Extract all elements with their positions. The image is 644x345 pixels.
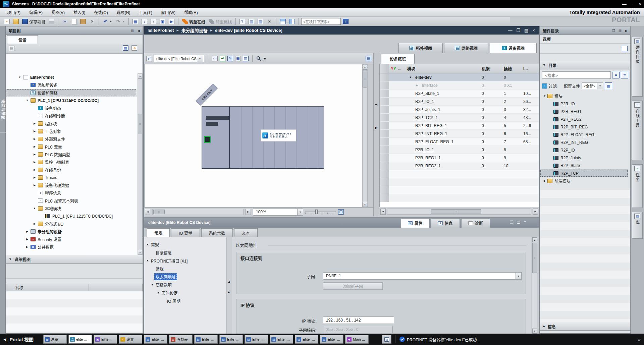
tree-item-online-backups[interactable]: ▶在线备份 — [6, 166, 137, 174]
scroll-left-icon[interactable]: ◀ — [380, 209, 386, 215]
catalog-module-selected[interactable]: R2P_TCP — [540, 169, 628, 177]
tab-diagnostics[interactable]: ~诊断 — [461, 218, 490, 228]
stop-button[interactable]: ▣ — [158, 18, 167, 25]
menu-help[interactable]: 帮助(H) — [180, 8, 202, 16]
catalog-folder-modules[interactable]: ▼模块 — [540, 92, 628, 100]
zoom-slider[interactable] — [305, 209, 336, 215]
tab-io-tags[interactable]: IO 变量 — [171, 228, 200, 237]
tree-item-plc-data-types[interactable]: ▶PLC 数据类型 — [6, 151, 137, 158]
zoom-fit-icon[interactable]: ± — [264, 57, 266, 61]
add-subnet-button[interactable]: 添加新子网 — [323, 282, 383, 290]
pane-collapse-icon[interactable]: ▼ — [524, 220, 527, 225]
tree-item-watch-force-tables[interactable]: ▶监控与强制表 — [6, 158, 137, 166]
menu-edit[interactable]: 编辑(E) — [25, 8, 47, 16]
nav-advanced-options[interactable]: ▼高级选项 — [144, 281, 226, 289]
scrollbar-thumb[interactable]: ≡ — [138, 114, 142, 134]
menu-options[interactable]: 选项(N) — [112, 8, 135, 16]
scrollbar-thumb[interactable]: ≡ — [363, 70, 367, 88]
scrollbar-thumb[interactable]: ≡ — [431, 209, 481, 214]
collapse-right-icon[interactable]: ▶ — [375, 126, 377, 129]
task-overview[interactable]: ▦总览 — [43, 335, 67, 344]
search-go-icon[interactable]: ⇊ — [341, 18, 350, 25]
breadcrumb-device[interactable]: elite-dev [Elite Robot CS Device] — [215, 28, 282, 33]
save-project-button[interactable]: 保存项目 — [21, 18, 47, 25]
tree-sort-icon[interactable]: ▤ — [9, 46, 14, 51]
task-window[interactable]: ▤Elite_... — [144, 335, 167, 344]
task-device-editor[interactable]: 品elite-... — [68, 335, 92, 344]
overview-row[interactable]: R2P_BIT_REG_1052...9 — [380, 122, 539, 130]
nav-general[interactable]: ▼常规 — [144, 240, 226, 248]
scroll-down-icon[interactable]: ▼ — [363, 202, 367, 207]
network-swap-icon[interactable]: ⇄ — [146, 56, 152, 61]
scroll-up-icon[interactable]: ▲ — [138, 74, 142, 79]
tree-item-device-proxy-data[interactable]: ▶设备代理数据 — [6, 181, 137, 189]
tree-item-project[interactable]: ▼EliteProfinet — [6, 73, 137, 81]
tree-item-ungrouped-devices[interactable]: ▶未分组的设备 — [6, 228, 137, 235]
task-window[interactable]: ▤Elite_... — [245, 335, 268, 344]
tree-scrollbar[interactable]: ▲ ≡ ▼ — [138, 73, 143, 255]
scroll-down-icon[interactable]: ▼ — [532, 329, 537, 334]
nav-profinet-interface[interactable]: ▼PROFINET接口 [X1] — [144, 256, 226, 265]
overview-row[interactable]: R2P_TCP_10443... — [380, 114, 539, 122]
restore-window-button[interactable]: ▥ — [247, 18, 256, 25]
module-column-header[interactable]: 模块 — [405, 66, 482, 71]
task-window[interactable]: ▣Elite... — [94, 335, 117, 344]
scrollbar-thumb[interactable]: ≡ — [153, 210, 165, 214]
nav-interface-general[interactable]: 常规 — [144, 265, 226, 273]
tab-devices[interactable]: 设备 — [7, 35, 38, 44]
zoom-level-dropdown[interactable]: 100% — [253, 209, 303, 216]
device-canvas[interactable]: elite-dev e ELITE ROBOTS 艾利特机器人 ▲ ≡ ▼ — [144, 64, 368, 207]
tree-item-plc[interactable]: ▼PLC_1 [CPU 1215FC DC/DC/DC] — [6, 97, 137, 104]
assign-name-icon[interactable]: ↵ — [220, 56, 225, 61]
tree-item-common-data[interactable]: ▶公共数据 — [6, 243, 137, 251]
menu-tools[interactable]: 工具(T) — [135, 8, 156, 16]
ip-address-input[interactable]: 192 . 168 . 51 . 142 — [323, 317, 394, 324]
redo-button[interactable]: ↷▼ — [114, 18, 126, 25]
go-offline-button[interactable]: 转至离线 — [207, 18, 233, 25]
collapse-right-icon[interactable]: ▶ — [228, 291, 230, 294]
scroll-down-icon[interactable]: ▼ — [138, 250, 142, 255]
scroll-up-icon[interactable]: ▲ — [363, 65, 367, 70]
properties-splitter[interactable]: ◀ ▶ — [227, 237, 231, 334]
collapse-panel-icon[interactable]: ◀ — [137, 29, 140, 33]
subnet-dropdown[interactable]: PN/IE_1 — [323, 272, 522, 280]
copy-button[interactable] — [70, 18, 78, 25]
task-window[interactable]: ▤Elite_... — [295, 335, 318, 344]
overview-row[interactable]: P2R_REG2_1010 — [380, 162, 539, 170]
sync-view-icon[interactable]: ➜ — [131, 45, 137, 51]
start-simulation-button[interactable]: ▶ — [167, 18, 176, 25]
catalog-module[interactable]: R2P_IO — [540, 146, 628, 154]
collapse-left-icon[interactable]: ◀ — [228, 281, 230, 284]
catalog-module[interactable]: R2P_BIT_REG — [540, 123, 628, 131]
print-button[interactable] — [47, 18, 56, 25]
scroll-left-icon[interactable]: ◀ — [145, 209, 150, 215]
tab-device-overview[interactable]: 设备概览 — [381, 54, 415, 64]
upload-button[interactable]: ↑ — [149, 18, 158, 25]
editor-minimize-icon[interactable]: — — [508, 28, 512, 33]
breadcrumb-project[interactable]: EliteProfinet — [148, 28, 174, 33]
side-tab-hardware-catalog[interactable]: ▥硬件目录 — [632, 37, 643, 97]
zoom-icon[interactable] — [256, 56, 262, 61]
scroll-right-icon[interactable]: ▶ — [246, 209, 251, 215]
profinet-port[interactable] — [204, 136, 211, 143]
device-selector-dropdown[interactable]: elite-dev [Elite Robot CS Devi — [154, 55, 204, 62]
catalog-module[interactable]: P2R_REG2 — [540, 115, 628, 123]
expand-panel-icon[interactable]: ▶ — [625, 29, 628, 33]
download-button[interactable]: ↓ — [140, 18, 149, 25]
float-panel-icon[interactable]: ❐ — [612, 29, 615, 33]
scroll-up-icon[interactable]: ▲ — [532, 237, 537, 242]
paste-button[interactable] — [79, 18, 87, 25]
menu-insert[interactable]: 插入(I) — [69, 8, 90, 16]
zoom-slider-thumb[interactable] — [315, 210, 318, 214]
catalog-module[interactable]: R2P_INT_REG — [540, 138, 628, 146]
overview-row[interactable]: R2P_IO_10226... — [380, 98, 539, 106]
tab-device-view[interactable]: 设备视图 — [490, 43, 537, 53]
chevron-down-icon[interactable]: ▼ — [9, 257, 12, 261]
new-project-button[interactable]: ✶ — [3, 18, 11, 25]
nav-ethernet-address[interactable]: 以太网地址 — [144, 273, 226, 281]
catalog-search-input[interactable]: <搜索> — [542, 71, 611, 79]
split-horizontal-button[interactable] — [279, 18, 287, 25]
filter-config-icon[interactable]: ▦ — [605, 82, 612, 89]
subnet-mask-input[interactable]: 255 . 255 . 255 . 0 — [323, 326, 393, 333]
overview-row[interactable]: R2P_INT_REG_10616... — [380, 130, 539, 138]
